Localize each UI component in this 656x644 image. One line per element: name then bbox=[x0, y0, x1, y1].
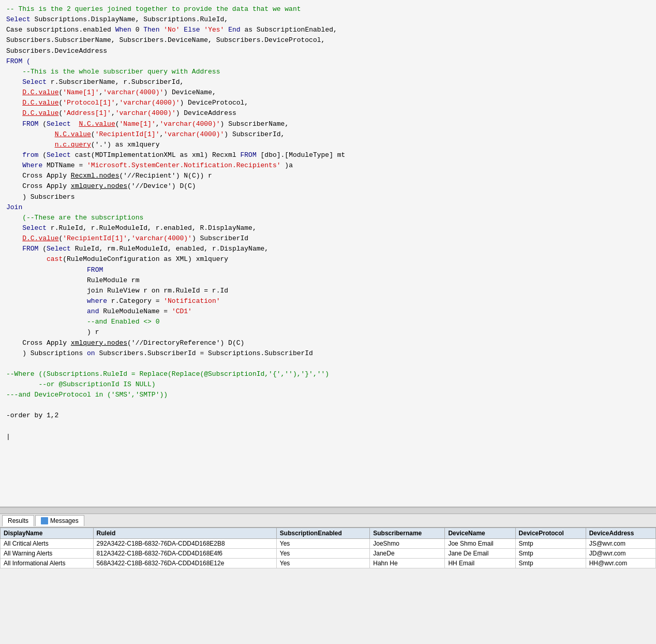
table-row: All Critical Alerts292A3422-C18B-6832-76… bbox=[1, 539, 656, 549]
tabs-bar: Results Messages bbox=[0, 514, 656, 528]
table-cell: All Warning Alerts bbox=[1, 549, 94, 559]
table-cell: 812A3422-C18B-6832-76DA-CDD4D168E4f6 bbox=[93, 549, 276, 559]
column-header: DeviceProtocol bbox=[515, 528, 586, 539]
column-header: DisplayName bbox=[1, 528, 94, 539]
table-cell: Jane De Email bbox=[445, 549, 515, 559]
tab-messages[interactable]: Messages bbox=[35, 515, 84, 526]
table-cell: HH@wvr.com bbox=[586, 559, 655, 568]
table-cell: Yes bbox=[276, 559, 369, 568]
table-cell: All Informational Alerts bbox=[1, 559, 94, 568]
table-cell: JoeShmo bbox=[370, 539, 445, 549]
table-cell: Yes bbox=[276, 549, 369, 559]
table-row: All Warning Alerts812A3422-C18B-6832-76D… bbox=[1, 549, 656, 559]
results-tab-label: Results bbox=[8, 517, 28, 524]
table-cell: JS@wvr.com bbox=[586, 539, 655, 549]
table-cell: Yes bbox=[276, 539, 369, 549]
table-row: All Informational Alerts568A3422-C18B-68… bbox=[1, 559, 656, 568]
column-header: Ruleid bbox=[93, 528, 276, 539]
results-table: DisplayNameRuleidSubscriptionEnabledSubs… bbox=[0, 528, 656, 568]
table-cell: HH Email bbox=[445, 559, 515, 568]
messages-icon bbox=[41, 517, 48, 524]
table-cell: All Critical Alerts bbox=[1, 539, 94, 549]
table-cell: JaneDe bbox=[370, 549, 445, 559]
table-cell: JD@wvr.com bbox=[586, 549, 655, 559]
table-cell: 568A3422-C18B-6832-76DA-CDD4D168E12e bbox=[93, 559, 276, 568]
table-cell: Hahn He bbox=[370, 559, 445, 568]
column-header: Subscribername bbox=[370, 528, 445, 539]
column-header: DeviceAddress bbox=[586, 528, 655, 539]
table-cell: Smtp bbox=[515, 539, 586, 549]
column-header: DeviceName bbox=[445, 528, 515, 539]
messages-tab-label: Messages bbox=[50, 517, 79, 524]
column-header: SubscriptionEnabled bbox=[276, 528, 369, 539]
table-cell: Smtp bbox=[515, 549, 586, 559]
code-editor: -- This is the 2 queries joined together… bbox=[0, 0, 656, 507]
table-cell: Smtp bbox=[515, 559, 586, 568]
scrollbar[interactable] bbox=[0, 507, 656, 514]
table-cell: 292A3422-C18B-6832-76DA-CDD4D168E2B8 bbox=[93, 539, 276, 549]
tab-results[interactable]: Results bbox=[2, 515, 34, 526]
table-cell: Joe Shmo Email bbox=[445, 539, 515, 549]
